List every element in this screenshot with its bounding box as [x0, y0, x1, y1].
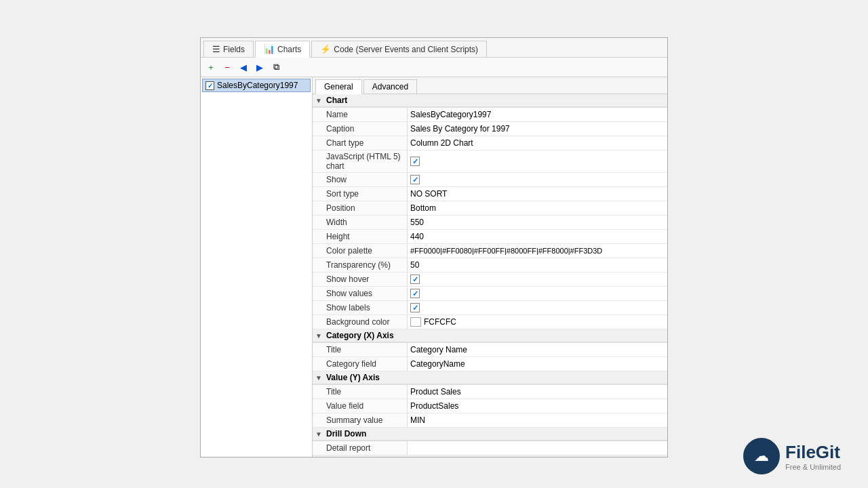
tab-fields-label: Fields	[223, 45, 245, 54]
remove-button[interactable]: −	[220, 60, 235, 75]
prop-height: Height 440	[313, 230, 667, 244]
logo-cloud-icon: ☁	[754, 447, 769, 465]
section-value-axis-label: Value (Y) Axis	[326, 373, 380, 382]
inner-tab-bar: General Advanced	[313, 77, 667, 94]
prop-val-field: Value field ProductSales	[313, 399, 667, 413]
tab-charts-label: Charts	[277, 45, 301, 54]
tab-general-label: General	[324, 82, 353, 92]
prop-caption: Caption Sales By Category for 1997	[313, 122, 667, 136]
bg-color-swatch[interactable]	[410, 317, 421, 327]
code-icon: ⚡	[320, 44, 331, 54]
prop-cat-field: Category field CategoryName	[313, 357, 667, 371]
logo-name: FileGit	[785, 442, 841, 463]
prop-name: Name SalesByCategory1997	[313, 108, 667, 122]
logo-sub: Free & Unlimited	[785, 463, 841, 471]
down-button[interactable]: ▶	[252, 60, 267, 75]
main-tab-bar: ☰ Fields 📊 Charts ⚡ Code (Server Events …	[201, 38, 667, 58]
section-chart: ▼ Chart	[313, 94, 667, 108]
tree-item-sales[interactable]: SalesByCategory1997	[202, 79, 311, 92]
tab-charts[interactable]: 📊 Charts	[255, 41, 310, 58]
prop-show-labels: Show labels	[313, 301, 667, 315]
prop-js-chart: JavaScript (HTML 5) chart	[313, 150, 667, 173]
section-drill-down: ▼ Drill Down	[313, 428, 667, 441]
show-hover-checkbox[interactable]	[410, 274, 420, 284]
prop-show: Show	[313, 173, 667, 187]
tab-code-label: Code (Server Events and Client Scripts)	[334, 45, 478, 54]
category-axis-toggle[interactable]: ▼	[315, 332, 323, 340]
charts-icon: 📊	[264, 44, 275, 54]
section-category-axis: ▼ Category (X) Axis	[313, 329, 667, 343]
logo-text: FileGit Free & Unlimited	[785, 442, 841, 471]
show-labels-checkbox[interactable]	[410, 303, 420, 312]
prop-position: Position Bottom	[313, 201, 667, 216]
add-button[interactable]: +	[203, 60, 218, 75]
logo-icon: ☁	[743, 438, 780, 474]
prop-val-title: Title Product Sales	[313, 385, 667, 399]
tab-advanced[interactable]: Advanced	[363, 79, 417, 94]
fields-icon: ☰	[212, 44, 220, 54]
tab-fields[interactable]: ☰ Fields	[203, 41, 254, 57]
prop-sort-type: Sort type NO SORT	[313, 187, 667, 201]
tab-advanced-label: Advanced	[372, 82, 408, 92]
chart-toggle[interactable]: ▼	[315, 97, 323, 104]
section-drill-down-label: Drill Down	[326, 429, 366, 439]
logo-area: ☁ FileGit Free & Unlimited	[743, 438, 841, 474]
tab-general[interactable]: General	[315, 79, 362, 94]
prop-chart-type: Chart type Column 2D Chart	[313, 136, 667, 150]
tree-item-label: SalesByCategory1997	[217, 81, 298, 90]
section-trendline1: ▼ Trendline 1	[313, 455, 667, 457]
body-split: SalesByCategory1997 General Advanced ▼	[201, 77, 667, 457]
properties-container: ▼ Chart Name SalesByCategory1997 Caption…	[313, 94, 667, 457]
show-values-checkbox[interactable]	[410, 289, 420, 298]
copy-button[interactable]: ⧉	[269, 60, 283, 75]
prop-cat-title: Title Category Name	[313, 343, 667, 357]
drill-down-toggle[interactable]: ▼	[315, 430, 323, 438]
prop-show-hover: Show hover	[313, 272, 667, 287]
left-panel: SalesByCategory1997	[201, 77, 313, 457]
show-checkbox[interactable]	[410, 175, 420, 184]
tree-checkbox[interactable]	[205, 81, 214, 90]
js-chart-checkbox[interactable]	[410, 157, 420, 166]
right-panel: General Advanced ▼ Chart Name SalesByC	[313, 77, 667, 457]
prop-show-values: Show values	[313, 287, 667, 301]
prop-summary-value: Summary value MIN	[313, 413, 667, 428]
prop-color-palette: Color palette #FF0000|#FF0080|#FF00FF|#8…	[313, 244, 667, 258]
toolbar: + − ◀ ▶ ⧉	[201, 58, 667, 77]
prop-width: Width 550	[313, 216, 667, 230]
prop-detail-report: Detail report	[313, 441, 667, 455]
up-button[interactable]: ◀	[236, 60, 251, 75]
section-category-axis-label: Category (X) Axis	[326, 331, 394, 340]
prop-transparency: Transparency (%) 50	[313, 258, 667, 272]
section-value-axis: ▼ Value (Y) Axis	[313, 371, 667, 385]
value-axis-toggle[interactable]: ▼	[315, 374, 323, 382]
prop-bg-color: Background color FCFCFC	[313, 315, 667, 329]
tab-code[interactable]: ⚡ Code (Server Events and Client Scripts…	[311, 41, 487, 57]
section-chart-label: Chart	[326, 96, 347, 105]
